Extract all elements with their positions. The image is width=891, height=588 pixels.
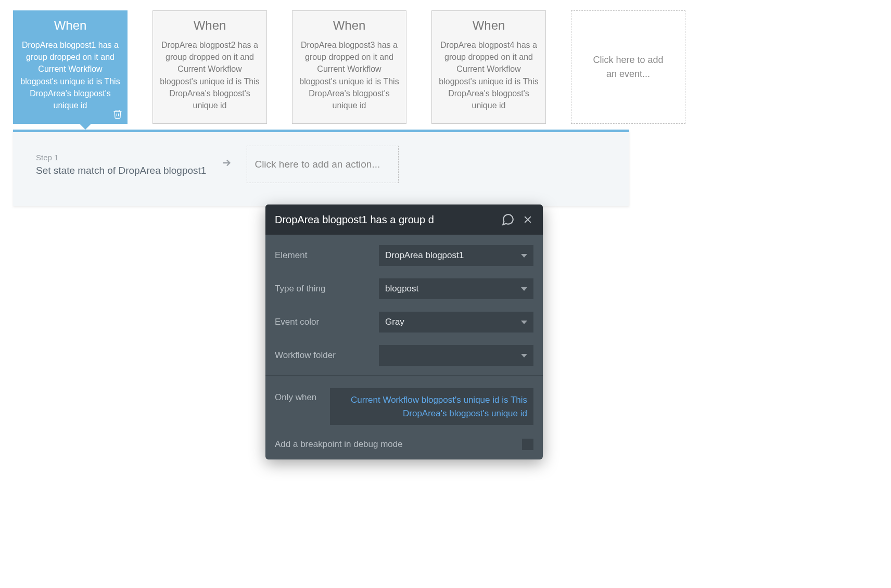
event-when-title: When	[19, 18, 122, 33]
event-when-title: When	[158, 18, 261, 33]
event-when-title: When	[298, 18, 401, 33]
step-number-label: Step 1	[36, 153, 206, 162]
trash-icon[interactable]	[111, 108, 124, 120]
event-when-title: When	[437, 18, 540, 33]
step-title-label: Set state match of DropArea blogpost1	[36, 165, 206, 176]
event-card-blogpost3[interactable]: When DropArea blogpost3 has a group drop…	[292, 10, 406, 124]
event-when-body: DropArea blogpost4 has a group dropped o…	[437, 39, 540, 111]
step-1-card[interactable]: Step 1 Set state match of DropArea blogp…	[36, 153, 206, 176]
arrow-right-icon	[217, 157, 236, 172]
add-action-label: Click here to add an action...	[254, 159, 380, 170]
event-card-blogpost2[interactable]: When DropArea blogpost2 has a group drop…	[152, 10, 267, 124]
workflow-steps-panel: Step 1 Set state match of DropArea blogp…	[13, 130, 629, 206]
event-property-panel: DropArea blogpost1 has a group d Element…	[265, 204, 543, 216]
event-when-body: DropArea blogpost3 has a group dropped o…	[298, 39, 401, 111]
events-row: When DropArea blogpost1 has a group drop…	[13, 10, 878, 124]
panel-title: DropArea blogpost1 has a group d	[275, 214, 494, 217]
event-card-blogpost4[interactable]: When DropArea blogpost4 has a group drop…	[431, 10, 546, 124]
panel-header[interactable]: DropArea blogpost1 has a group d	[265, 204, 543, 216]
comment-icon[interactable]	[501, 213, 515, 216]
event-when-body: DropArea blogpost2 has a group dropped o…	[158, 39, 261, 111]
selected-event-pointer-icon	[79, 123, 92, 130]
add-event-button[interactable]: Click here to add an event...	[571, 10, 685, 124]
event-when-body: DropArea blogpost1 has a group dropped o…	[19, 39, 122, 111]
event-card-blogpost1[interactable]: When DropArea blogpost1 has a group drop…	[13, 10, 128, 124]
add-action-button[interactable]: Click here to add an action...	[247, 146, 399, 183]
add-event-label: Click here to add an event...	[587, 53, 669, 81]
close-icon[interactable]	[522, 214, 533, 216]
